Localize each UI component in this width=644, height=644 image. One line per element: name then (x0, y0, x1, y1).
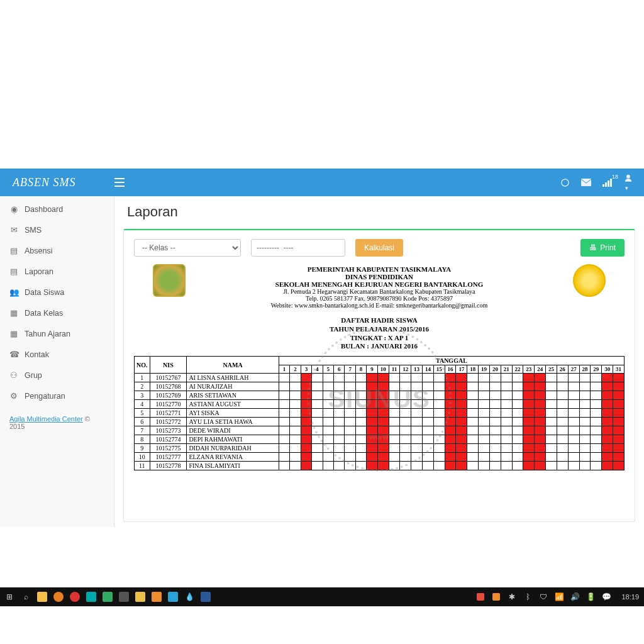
svg-rect-3 (605, 182, 607, 187)
tray2-icon[interactable] (491, 591, 502, 602)
sidebar-item-data-kelas[interactable]: ▦Data Kelas (0, 303, 114, 323)
sidebar: ◉Dashboard✉SMS▤Absensi▤Laporan👥Data Sisw… (0, 196, 114, 527)
gear-icon: ⚙ (9, 391, 18, 401)
table-row: 110152767AI LISNA SAHRILAH (135, 374, 625, 382)
print-icon: 🖶 (589, 243, 597, 252)
sidebar-item-data-siswa[interactable]: 👥Data Siswa (0, 282, 114, 303)
sidebar-item-tahun-ajaran[interactable]: ▦Tahun Ajaran (0, 323, 114, 344)
table-row: 810152774DEPI RAHMAWATI (135, 435, 625, 444)
sidebar-item-label: Tahun Ajaran (25, 330, 70, 338)
sidebar-item-sms[interactable]: ✉SMS (0, 219, 114, 240)
sidebar-toggle[interactable] (114, 178, 140, 187)
table-row: 410152770ASTIANI AUGUST (135, 400, 625, 409)
start-icon[interactable]: ⊞ (4, 591, 15, 602)
table-row: 610152772AYU LIA SETIA HAWA (135, 418, 625, 426)
attendance-table: NO.NISNAMATANGGAL12345678910111213141516… (134, 356, 625, 470)
report-panel: -- Kelas -- Kalkulasi 🖶 Print (123, 229, 635, 522)
envelope-icon[interactable] (581, 179, 591, 186)
footer-link[interactable]: Aqila Multimedia Center (9, 415, 83, 423)
windows-taskbar[interactable]: ⊞ ⌕ 💧 ✱ ᛒ 🛡 📶 🔊 🔋 💬 18:19 (0, 587, 644, 606)
envelope-icon: ✉ (9, 225, 18, 235)
app-icon[interactable] (53, 591, 64, 602)
phone-icon: ☎ (9, 350, 18, 359)
sidebar-item-grup[interactable]: ⚇Grup (0, 365, 114, 386)
tray1-icon[interactable] (475, 591, 486, 602)
app6-icon[interactable] (167, 591, 179, 602)
table-row: 710152773DEDE WIRADI (135, 426, 625, 435)
network-icon[interactable]: 📶 (553, 591, 565, 602)
tray3-icon[interactable]: ✱ (506, 591, 518, 602)
sidebar-item-label: Dashboard (25, 205, 63, 214)
sidebar-item-label: Pengaturan (25, 392, 65, 401)
sidebar-item-kontak[interactable]: ☎Kontak (0, 344, 114, 365)
sidebar-item-dashboard[interactable]: ◉Dashboard (0, 199, 114, 219)
navbar: ABSEN SMS 18 ▾ (0, 169, 644, 196)
app7-icon[interactable]: 💧 (184, 591, 195, 602)
sitemap-icon: ⚇ (9, 370, 18, 380)
calendar-icon: ▦ (9, 329, 18, 338)
sidebar-item-absensi[interactable]: ▤Absensi (0, 240, 114, 261)
signal-badge: 18 (612, 174, 618, 180)
book-icon: ▤ (9, 246, 18, 255)
volume-icon[interactable]: 🔊 (569, 591, 580, 602)
sidebar-item-label: SMS (25, 226, 42, 235)
clock[interactable]: 18:19 (621, 593, 639, 601)
app5-icon[interactable] (135, 591, 146, 602)
svg-point-0 (562, 179, 569, 186)
sidebar-item-label: Grup (25, 371, 42, 380)
sidebar-item-label: Data Siswa (25, 288, 64, 297)
dashboard-icon: ◉ (9, 204, 18, 214)
svg-point-6 (626, 174, 630, 178)
table-row: 210152768AI NURAJIZAH (135, 382, 625, 391)
table-row: 1110152778FINA ISLAMIYATI (135, 462, 625, 470)
table-row: 910152775DIDAH NURPARIDAH (135, 444, 625, 453)
kelas-select[interactable]: -- Kelas -- (134, 239, 241, 257)
xampp-icon[interactable] (151, 591, 162, 602)
sidebar-footer: Aqila Multimedia Center © 2015 (0, 406, 114, 439)
sidebar-item-label: Data Kelas (25, 309, 63, 318)
opera-icon[interactable] (69, 591, 80, 602)
sidebar-item-laporan[interactable]: ▤Laporan (0, 261, 114, 282)
print-button[interactable]: 🖶 Print (580, 239, 625, 257)
bluetooth-icon[interactable]: ᛒ (522, 591, 533, 602)
table-row: 1010152777ELZANA REVANIA (135, 453, 625, 462)
district-logo (153, 264, 186, 297)
word-icon[interactable] (200, 591, 211, 602)
action-icon[interactable]: 💬 (601, 591, 612, 602)
page-title: Laporan (114, 196, 644, 224)
list-icon: ▦ (9, 308, 18, 318)
search-icon[interactable]: ⌕ (20, 591, 31, 602)
sidebar-item-label: Absensi (25, 247, 52, 255)
report: PEMERINTAH KABUPATEN TASIKMALAYA DINAS P… (134, 263, 625, 470)
brand: ABSEN SMS (0, 176, 114, 189)
kalkulasi-button[interactable]: Kalkulasi (355, 239, 403, 257)
sidebar-item-label: Laporan (25, 267, 53, 276)
refresh-icon[interactable] (560, 178, 570, 187)
app3-icon[interactable] (102, 591, 113, 602)
svg-rect-1 (581, 179, 591, 186)
svg-rect-2 (602, 184, 604, 187)
signal-icon[interactable]: 18 (602, 178, 613, 187)
sidebar-item-label: Kontak (25, 350, 49, 359)
table-row: 510152771AYI SISKA (135, 409, 625, 418)
svg-rect-4 (608, 180, 609, 187)
security-icon[interactable]: 🛡 (538, 591, 549, 602)
table-row: 310152769ARIS SETIAWAN (135, 391, 625, 400)
user-menu[interactable]: ▾ (624, 174, 633, 192)
school-logo (573, 264, 606, 297)
sidebar-item-pengaturan[interactable]: ⚙Pengaturan (0, 386, 114, 406)
battery-icon[interactable]: 🔋 (585, 591, 596, 602)
book-icon: ▤ (9, 267, 18, 276)
app2-icon[interactable] (86, 591, 97, 602)
date-input[interactable] (251, 239, 345, 257)
users-icon: 👥 (9, 287, 18, 297)
explorer-icon[interactable] (36, 591, 48, 602)
app4-icon[interactable] (118, 591, 130, 602)
